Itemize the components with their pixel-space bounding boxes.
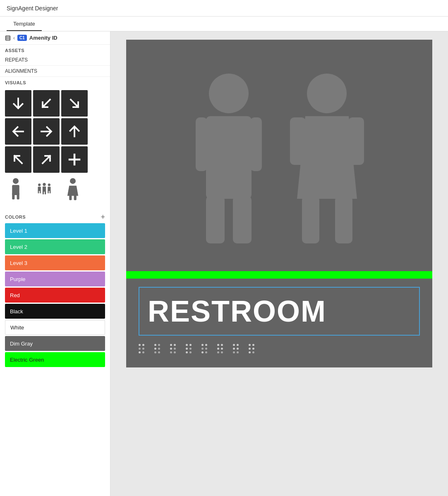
svg-rect-6 [17,193,19,200]
braille-m [249,344,254,353]
svg-rect-10 [40,191,41,193]
breadcrumb-title: Amenity ID [29,35,57,41]
people-row [5,176,105,203]
color-swatch-dim-gray[interactable]: Dim Gray [5,336,105,351]
braille-row [139,342,420,355]
braille-o [217,344,223,353]
visuals-section [0,87,110,209]
arrow-left[interactable] [5,118,31,145]
arrows-grid [5,90,105,173]
layers-icon[interactable] [5,35,11,41]
arrow-right[interactable] [33,118,60,145]
svg-rect-5 [12,193,14,200]
section-visuals: VISUALS [0,77,110,87]
row-alignments[interactable]: ALIGNMENTS [0,66,110,77]
braille-s [170,344,176,353]
svg-point-29 [307,74,347,113]
arrow-down-left[interactable] [33,90,60,117]
color-swatches-container: Level 1Level 2Level 3PurpleRedBlackWhite… [5,223,105,367]
braille-e [154,344,160,353]
arrow-up[interactable] [61,118,88,145]
app-header: SignAgent Designer [0,0,448,17]
female-figure [289,73,365,246]
color-swatch-purple[interactable]: Purple [5,272,105,286]
color-swatch-black[interactable]: Black [5,304,105,319]
restroom-text-box[interactable]: RESTROOM [139,287,420,336]
canvas-area: RESTROOM [110,31,448,496]
arrow-down-right[interactable] [61,90,88,117]
svg-point-11 [43,183,46,186]
svg-rect-22 [74,195,77,200]
section-assets: ASSETS [0,45,110,55]
color-swatch-white[interactable]: White [5,320,105,335]
colors-section: COLORS + Level 1Level 2Level 3PurpleRedB… [0,209,110,373]
svg-rect-21 [69,195,72,200]
color-swatch-level-1[interactable]: Level 1 [5,223,105,238]
arrow-down[interactable] [5,90,31,117]
color-swatch-electric-green[interactable]: Electric Green [5,352,105,367]
svg-rect-0 [6,36,10,40]
svg-rect-32 [348,117,364,165]
colors-header: COLORS + [5,211,105,223]
svg-rect-28 [233,196,252,243]
braille-t [186,344,192,353]
svg-marker-20 [67,186,78,196]
svg-rect-31 [290,117,306,165]
svg-point-3 [13,178,19,184]
breadcrumb-bar: ‹ C1 Amenity ID [0,31,110,45]
main-content: ‹ C1 Amenity ID ASSETS REPEATS ALIGNMENT… [0,31,448,496]
braille-o2 [233,344,239,353]
svg-rect-33 [302,196,319,243]
left-panel: ‹ C1 Amenity ID ASSETS REPEATS ALIGNMENT… [0,31,110,496]
braille-r2 [201,344,207,353]
color-swatch-level-3[interactable]: Level 3 [5,255,105,270]
svg-point-23 [209,74,249,113]
colors-label: COLORS [5,215,26,219]
svg-rect-34 [335,196,352,243]
person-group-icon[interactable] [30,176,59,203]
svg-rect-14 [45,191,46,194]
add-color-button[interactable]: + [101,213,105,221]
svg-point-7 [38,184,41,186]
app-title: SignAgent Designer [7,5,58,12]
color-swatch-level-2[interactable]: Level 2 [5,239,105,254]
svg-rect-17 [48,191,49,193]
person-single-icon[interactable] [5,176,26,203]
svg-point-15 [48,184,50,186]
braille-r [139,344,144,353]
person-female-icon[interactable] [62,176,84,203]
svg-rect-26 [250,117,262,171]
svg-rect-18 [50,191,51,193]
tab-template[interactable]: Template [7,17,42,31]
color-swatch-red[interactable]: Red [5,288,105,303]
svg-rect-27 [206,196,225,243]
male-figure [194,73,264,246]
back-icon[interactable]: ‹ [13,35,15,41]
green-accent-bar [126,271,432,279]
arrow-up-left[interactable] [5,146,31,173]
c1-badge: C1 [17,35,27,41]
sign-preview: RESTROOM [126,40,432,367]
svg-rect-13 [43,191,44,194]
svg-rect-9 [38,191,39,193]
row-repeats[interactable]: REPEATS [0,55,110,66]
svg-marker-30 [297,116,357,199]
svg-rect-24 [206,116,252,199]
svg-rect-25 [196,117,207,171]
restroom-text: RESTROOM [148,295,326,328]
arrow-up-right[interactable] [33,146,60,173]
sign-figures [126,40,432,271]
svg-point-19 [70,178,76,184]
svg-rect-12 [43,186,46,191]
tab-bar: Template [0,17,448,31]
add-visual-button[interactable] [61,146,88,173]
sign-bottom: RESTROOM [126,279,432,367]
